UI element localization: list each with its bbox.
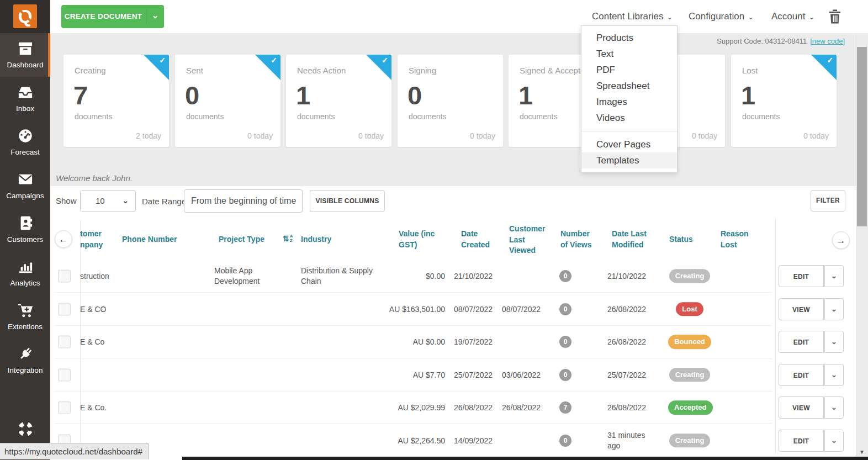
sidebar-item-extentions[interactable]: Extentions bbox=[0, 295, 50, 339]
sidebar-item-integration[interactable]: Integration bbox=[0, 339, 50, 382]
menu-item-videos[interactable]: Videos bbox=[581, 110, 677, 126]
row-actions: EDIT ⌄ bbox=[779, 364, 844, 386]
checkmark-ribbon-icon: ✓ bbox=[144, 55, 169, 80]
menu-item-images[interactable]: Images bbox=[581, 94, 677, 110]
action-dropdown-toggle[interactable]: ⌄ bbox=[824, 298, 844, 320]
top-bar: CREATE DOCUMENT ⌄ Content Libraries⌄ Con… bbox=[50, 0, 868, 33]
row-actions: EDIT ⌄ bbox=[779, 265, 844, 287]
nav-account[interactable]: Account⌄ bbox=[771, 0, 814, 33]
sidebar-item-analytics[interactable]: Analytics bbox=[0, 251, 50, 295]
gauge-icon bbox=[17, 136, 34, 145]
col-header-date-created[interactable]: Date Created bbox=[461, 229, 493, 250]
show-page-size-select[interactable]: 10 ⌄ bbox=[80, 190, 136, 212]
row-checkbox[interactable] bbox=[58, 336, 71, 348]
sidebar-item-campaigns[interactable]: Campaigns bbox=[0, 164, 50, 208]
show-label: Show bbox=[56, 196, 77, 205]
scroll-columns-left-button[interactable]: ← bbox=[55, 230, 72, 248]
cell-value: AU $2,029.99 bbox=[380, 403, 445, 413]
status-card-lost[interactable]: ✓ Lost 1 documents 0 today bbox=[731, 55, 837, 147]
sidebar-item-label: Integration bbox=[0, 366, 50, 374]
col-header-date-last-modified[interactable]: Date Last Modified bbox=[612, 229, 650, 250]
menu-item-spreadsheet[interactable]: Spreadsheet bbox=[581, 78, 677, 94]
table-row: E & CO AU $163,501.00 08/07/2022 08/07/2… bbox=[0, 293, 868, 326]
menu-item-templates[interactable]: Templates bbox=[581, 152, 677, 168]
action-dropdown-toggle[interactable]: ⌄ bbox=[824, 430, 844, 452]
card-title: Signing bbox=[409, 66, 436, 75]
action-dropdown-toggle[interactable]: ⌄ bbox=[824, 396, 844, 419]
chevron-down-icon: ⌄ bbox=[748, 13, 754, 21]
action-dropdown-toggle[interactable]: ⌄ bbox=[824, 364, 844, 386]
cell-date-created: 08/07/2022 bbox=[454, 304, 496, 314]
browser-link-preview: https://my.quotecloud.net/dashboard# bbox=[0, 443, 149, 459]
row-checkbox[interactable] bbox=[58, 269, 71, 282]
row-checkbox[interactable] bbox=[58, 401, 71, 414]
edit-button[interactable]: EDIT bbox=[779, 331, 824, 353]
col-header-customer-company[interactable]: tomer npany bbox=[80, 229, 113, 250]
status-card-creating[interactable]: ✓ Creating 7 documents 2 today bbox=[63, 55, 169, 147]
card-title: Lost bbox=[742, 66, 758, 75]
col-header-reason-lost[interactable]: Reason Lost bbox=[721, 229, 751, 250]
views-count-badge: 0 bbox=[559, 369, 571, 381]
filter-button[interactable]: FILTER bbox=[811, 190, 845, 212]
sidebar-item-label: Extentions bbox=[0, 322, 50, 331]
menu-item-pdf[interactable]: PDF bbox=[581, 62, 677, 78]
row-actions: EDIT ⌄ bbox=[779, 430, 844, 452]
menu-item-products[interactable]: Products bbox=[581, 30, 677, 46]
view-button[interactable]: VIEW bbox=[779, 396, 824, 419]
sort-alpha-icon[interactable]: ⇅AZ bbox=[283, 234, 293, 243]
status-card-signing[interactable]: Signing 0 documents 0 today bbox=[398, 55, 503, 147]
scroll-columns-right-button[interactable]: → bbox=[832, 231, 850, 249]
card-today: 0 today bbox=[358, 131, 384, 140]
edit-button[interactable]: EDIT bbox=[779, 430, 824, 452]
views-count-badge: 0 bbox=[559, 270, 571, 282]
date-range-input[interactable] bbox=[184, 189, 303, 213]
cell-date-last-modified: 26/08/2022 bbox=[607, 337, 649, 347]
vertical-scrollbar-thumb[interactable] bbox=[857, 47, 867, 226]
cell-date-created: 25/07/2022 bbox=[454, 369, 496, 380]
status-badge: Bounced bbox=[668, 335, 711, 349]
col-header-value[interactable]: Value (inc GST) bbox=[399, 229, 437, 250]
scrollbar-down-arrow[interactable]: ▼ bbox=[858, 448, 866, 457]
menu-item-cover-pages[interactable]: Cover Pages bbox=[581, 136, 677, 152]
show-page-size-value: 10 bbox=[96, 191, 105, 212]
nav-account-label: Account bbox=[771, 11, 805, 22]
status-card-needs-action[interactable]: ✓ Needs Action 1 documents 0 today bbox=[286, 55, 391, 147]
edit-button[interactable]: EDIT bbox=[779, 364, 824, 386]
row-checkbox[interactable] bbox=[58, 303, 71, 315]
status-card-sent[interactable]: ✓ Sent 0 documents 0 today bbox=[175, 55, 280, 147]
help-button[interactable] bbox=[0, 421, 50, 439]
card-count: 1 bbox=[518, 80, 533, 110]
edit-button[interactable]: EDIT bbox=[779, 265, 824, 287]
action-dropdown-toggle[interactable]: ⌄ bbox=[824, 331, 844, 353]
create-document-button[interactable]: CREATE DOCUMENT ⌄ bbox=[61, 5, 164, 28]
app-logo[interactable]: Q bbox=[0, 0, 50, 33]
row-checkbox[interactable] bbox=[58, 368, 71, 381]
checkmark-ribbon-icon: ✓ bbox=[366, 55, 391, 80]
envelope-icon bbox=[17, 180, 34, 189]
archive-box-icon bbox=[17, 49, 34, 58]
card-unit: documents bbox=[75, 112, 112, 121]
action-dropdown-toggle[interactable]: ⌄ bbox=[824, 265, 844, 287]
visible-columns-button[interactable]: VISIBLE COLUMNS bbox=[310, 190, 385, 212]
sidebar-item-forecast[interactable]: Forecast bbox=[0, 120, 50, 164]
nav-configuration[interactable]: Configuration⌄ bbox=[689, 0, 754, 33]
sidebar-item-dashboard[interactable]: Dashboard bbox=[0, 33, 50, 77]
view-button[interactable]: VIEW bbox=[779, 298, 824, 320]
cell-customer-company: E & Co. bbox=[80, 403, 119, 413]
col-header-number-of-views[interactable]: Number of Views bbox=[560, 229, 592, 250]
trash-icon[interactable] bbox=[829, 9, 841, 24]
col-header-customer-last-viewed[interactable]: Customer Last Viewed bbox=[509, 224, 548, 256]
chevron-down-icon[interactable]: ⌄ bbox=[146, 5, 164, 28]
col-header-phone-number[interactable]: Phone Number bbox=[122, 234, 188, 245]
new-code-link[interactable]: [new code] bbox=[810, 37, 845, 45]
cell-date-created: 19/07/2022 bbox=[454, 337, 496, 347]
card-title: Needs Action bbox=[297, 66, 346, 75]
cell-customer-last-viewed: 08/07/2022 bbox=[502, 304, 544, 314]
sidebar-item-customers[interactable]: Customers bbox=[0, 208, 50, 251]
col-header-industry[interactable]: Industry bbox=[301, 234, 356, 245]
sidebar-item-inbox[interactable]: Inbox bbox=[0, 77, 50, 120]
col-header-project-type[interactable]: Project Type bbox=[219, 234, 274, 245]
card-unit: documents bbox=[409, 112, 446, 121]
col-header-status[interactable]: Status bbox=[669, 234, 698, 245]
menu-item-text[interactable]: Text bbox=[581, 46, 677, 62]
